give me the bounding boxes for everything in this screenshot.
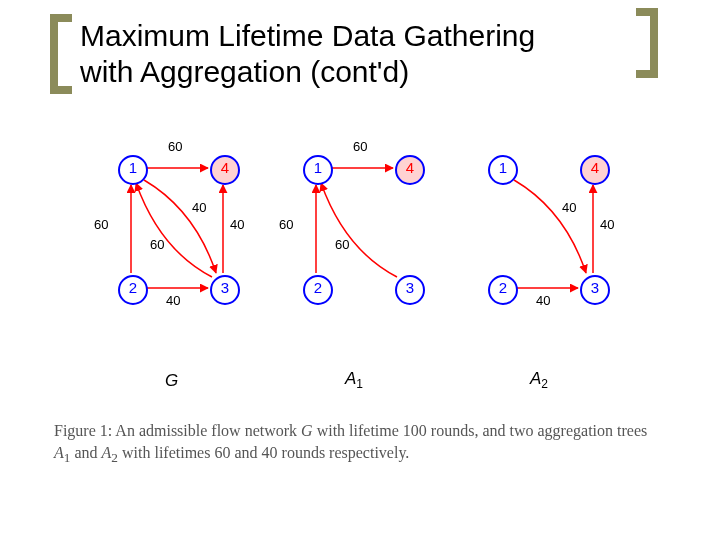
node-4-sink: 4 [395, 155, 425, 185]
graph-G: 1 4 2 3 60 60 60 40 40 40 G [100, 155, 250, 365]
node-3: 3 [395, 275, 425, 305]
edge-label: 60 [168, 139, 182, 154]
graph-label-A2: A2 [530, 369, 548, 391]
caption-text: with lifetimes 60 and 40 rounds respecti… [118, 444, 409, 461]
node-3: 3 [580, 275, 610, 305]
node-3: 3 [210, 275, 240, 305]
caption-sub: 2 [111, 450, 118, 465]
node-2: 2 [303, 275, 333, 305]
node-4-sink: 4 [580, 155, 610, 185]
node-2: 2 [118, 275, 148, 305]
edge-label: 60 [150, 237, 164, 252]
graph-label-G: G [165, 371, 178, 391]
node-1: 1 [488, 155, 518, 185]
caption-G: G [301, 422, 313, 439]
edge-label: 40 [562, 200, 576, 215]
node-4-sink: 4 [210, 155, 240, 185]
node-1: 1 [303, 155, 333, 185]
edge-label: 40 [230, 217, 244, 232]
graph-label-A1: A1 [345, 369, 363, 391]
caption-text: and [70, 444, 101, 461]
caption-text: Figure 1: An admissible flow network [54, 422, 301, 439]
edge-label: 40 [536, 293, 550, 308]
edge-label: 60 [279, 217, 293, 232]
title-line-1: Maximum Lifetime Data Gathering [80, 19, 535, 52]
slide-title: Maximum Lifetime Data Gathering with Agg… [80, 18, 640, 90]
graph-A2: 1 4 2 3 40 40 40 A2 [470, 155, 620, 365]
caption-A2: A [102, 444, 112, 461]
graph-A1: 1 4 2 3 60 60 60 A1 [285, 155, 435, 365]
caption-text: with lifetime 100 rounds, and two aggreg… [313, 422, 648, 439]
edge-label: 60 [353, 139, 367, 154]
figure-area: 1 4 2 3 60 60 60 40 40 40 G 1 4 2 3 60 6… [100, 155, 620, 395]
edge-label: 40 [192, 200, 206, 215]
edge-label: 60 [335, 237, 349, 252]
edge-label: 60 [94, 217, 108, 232]
figure-caption: Figure 1: An admissible flow network G w… [54, 420, 664, 467]
node-1: 1 [118, 155, 148, 185]
caption-A1: A [54, 444, 64, 461]
node-2: 2 [488, 275, 518, 305]
title-line-2: with Aggregation (cont'd) [80, 55, 409, 88]
title-bracket-left [50, 14, 72, 94]
edge-label: 40 [166, 293, 180, 308]
edge-label: 40 [600, 217, 614, 232]
slide: Maximum Lifetime Data Gathering with Agg… [0, 0, 720, 540]
